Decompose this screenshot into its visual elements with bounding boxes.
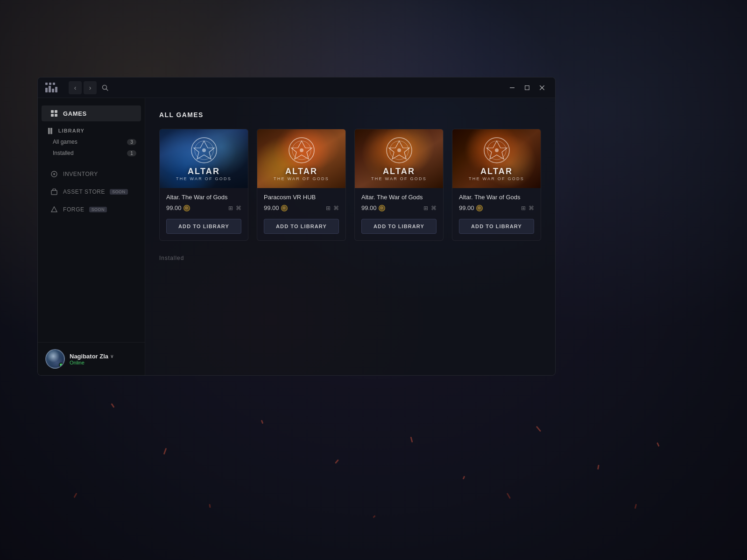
windows-icon-2: ⊞ [326, 205, 331, 211]
svg-point-19 [300, 148, 303, 152]
close-button[interactable] [536, 82, 548, 93]
sidebar-library-section: ▐▌ LIBRARY All games 3 Installed 1 [38, 123, 145, 161]
library-header: ▐▌ LIBRARY [38, 125, 145, 136]
minimize-button[interactable] [507, 82, 518, 93]
svg-rect-7 [55, 110, 57, 113]
asset-store-soon: SOON [110, 189, 127, 195]
altar-subtitle-4: THE WAR OF GODS [469, 176, 524, 181]
search-icon [102, 84, 108, 91]
user-profile[interactable]: Nagibator Zla ∨ Online [38, 342, 145, 375]
library-icon: ▐▌ [46, 128, 55, 133]
price-icon-2: ⊙ [281, 205, 288, 211]
platform-icons-1: ⊞ ⌘ [228, 205, 241, 211]
game-price-altar1: 99.00 ⊙ [166, 204, 190, 211]
add-to-library-button-1[interactable]: ADD TO LIBRARY [166, 219, 241, 234]
back-button[interactable]: ‹ [69, 81, 82, 94]
sidebar-item-games[interactable]: GAMES [42, 105, 141, 121]
price-icon-1: ⊙ [183, 205, 190, 211]
svg-rect-3 [525, 85, 529, 90]
apple-icon-1: ⌘ [236, 205, 241, 211]
games-icon [50, 109, 58, 118]
main-layout: GAMES ▐▌ LIBRARY All games 3 Installed [38, 98, 555, 375]
add-to-library-button-3[interactable]: ADD TO LIBRARY [361, 219, 437, 234]
svg-point-11 [53, 173, 55, 175]
maximize-button[interactable] [521, 82, 533, 93]
chevron-down-icon: ∨ [110, 354, 113, 359]
avatar [45, 349, 65, 369]
game-price-altar3: 99.00 ⊙ [361, 204, 385, 211]
app-logo [45, 83, 57, 92]
svg-marker-13 [51, 207, 57, 212]
title-bar-left: ‹ › [45, 81, 112, 94]
inventory-label: INVENTORY [63, 171, 98, 177]
platform-icons-2: ⊞ ⌘ [326, 205, 339, 211]
game-info-paracosm: Paracosm VR HUB 99.00 ⊙ ⊞ ⌘ [257, 188, 345, 219]
svg-point-25 [495, 148, 499, 152]
thumbnail-bg-altar3: ALTAR THE WAR OF GODS [355, 129, 443, 188]
nav-controls: ‹ › [69, 81, 112, 94]
sidebar-section-inventory: INVENTORY [38, 166, 145, 182]
thumbnail-bg-altar4: ALTAR THE WAR OF GODS [452, 129, 541, 188]
svg-rect-9 [55, 114, 57, 117]
section-title: ALL GAMES [159, 111, 541, 119]
sidebar-section-forge: FORGE SOON [38, 202, 145, 217]
platform-icons-4: ⊞ ⌘ [521, 205, 534, 211]
installed-badge: 1 [127, 150, 136, 156]
svg-rect-12 [51, 190, 57, 195]
forward-button[interactable]: › [84, 81, 97, 94]
forge-soon: SOON [89, 207, 107, 212]
sidebar-item-all-games[interactable]: All games 3 [38, 136, 145, 147]
windows-icon-4: ⊞ [521, 205, 526, 211]
maximize-icon [525, 85, 529, 90]
all-games-badge: 3 [127, 139, 136, 145]
app-window: ‹ › [37, 77, 556, 376]
installed-section-label: Installed [159, 255, 541, 261]
svg-line-1 [106, 89, 108, 91]
game-card-altar1[interactable]: ALTAR THE WAR OF GODS Altar. The War of … [159, 129, 248, 241]
title-bar: ‹ › [38, 77, 555, 98]
online-indicator [59, 363, 63, 367]
add-to-library-button-2[interactable]: ADD TO LIBRARY [264, 219, 339, 234]
altar-title-4: ALTAR [480, 167, 513, 175]
altar-emblem-4 [483, 136, 511, 164]
inventory-icon [50, 170, 58, 178]
content-area: ALL GAMES [145, 98, 555, 375]
game-info-altar1: Altar. The War of Gods 99.00 ⊙ ⊞ ⌘ [160, 188, 248, 219]
game-card-paracosm[interactable]: ALTAR THE WAR OF GODS Paracosm VR HUB 99… [257, 129, 346, 241]
asset-store-icon [50, 188, 58, 196]
user-status: Online [70, 360, 137, 365]
user-name: Nagibator Zla ∨ [70, 353, 137, 360]
altar-logo-overlay-2: ALTAR THE WAR OF GODS [257, 129, 345, 188]
svg-rect-6 [51, 110, 54, 113]
altar-title-3: ALTAR [383, 167, 415, 175]
games-label: GAMES [63, 110, 87, 117]
game-price-paracosm: 99.00 ⊙ [264, 204, 288, 211]
sidebar-item-asset-store[interactable]: ASSET STORE SOON [42, 184, 141, 200]
altar-subtitle-1: THE WAR OF GODS [176, 176, 232, 181]
game-price-row-altar1: 99.00 ⊙ ⊞ ⌘ [166, 204, 241, 211]
sidebar: GAMES ▐▌ LIBRARY All games 3 Installed [38, 98, 145, 375]
game-name-altar4: Altar. The War of Gods [459, 194, 534, 201]
game-price-row-altar4: 99.00 ⊙ ⊞ ⌘ [459, 204, 534, 211]
sidebar-item-inventory[interactable]: INVENTORY [42, 166, 141, 182]
altar-subtitle-3: THE WAR OF GODS [371, 176, 427, 181]
sidebar-item-installed[interactable]: Installed 1 [38, 147, 145, 159]
library-label: LIBRARY [58, 128, 85, 133]
game-thumbnail-altar1: ALTAR THE WAR OF GODS [160, 129, 248, 188]
apple-icon-3: ⌘ [431, 205, 437, 211]
sidebar-item-forge[interactable]: FORGE SOON [42, 202, 141, 217]
game-card-altar4[interactable]: ALTAR THE WAR OF GODS Altar. The War of … [452, 129, 541, 241]
altar-subtitle-2: THE WAR OF GODS [274, 176, 329, 181]
altar-title-1: ALTAR [188, 167, 220, 175]
game-name-paracosm: Paracosm VR HUB [264, 194, 339, 201]
search-button[interactable] [99, 81, 112, 94]
add-to-library-button-4[interactable]: ADD TO LIBRARY [459, 219, 534, 234]
game-card-altar3[interactable]: ALTAR THE WAR OF GODS Altar. The War of … [354, 129, 444, 241]
game-thumbnail-paracosm: ALTAR THE WAR OF GODS [257, 129, 345, 188]
game-price-altar4: 99.00 ⊙ [459, 204, 483, 211]
altar-title-2: ALTAR [285, 167, 317, 175]
asset-store-label: ASSET STORE [63, 189, 105, 195]
game-name-altar3: Altar. The War of Gods [361, 194, 437, 201]
altar-logo-overlay-1: ALTAR THE WAR OF GODS [160, 129, 248, 188]
altar-emblem-2 [288, 136, 316, 164]
